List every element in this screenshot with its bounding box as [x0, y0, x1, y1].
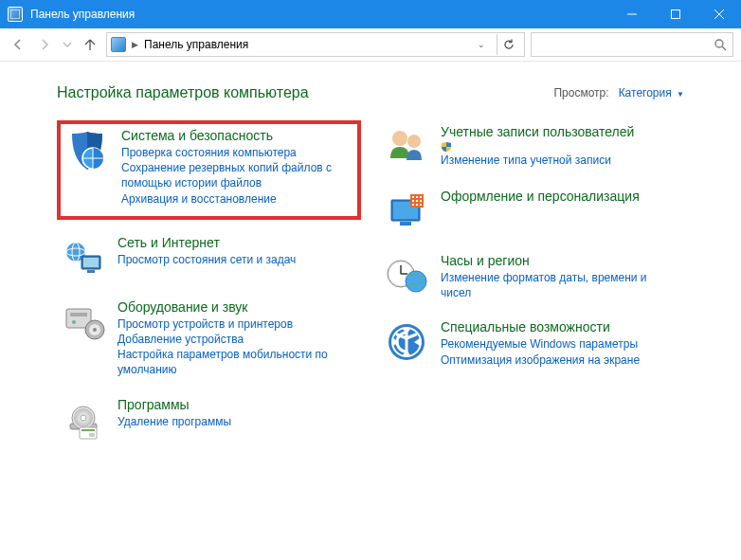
- breadcrumb-item[interactable]: Панель управления: [144, 38, 248, 51]
- category-link[interactable]: Настройка параметров мобильности по умол…: [117, 347, 357, 377]
- back-button[interactable]: [8, 34, 28, 55]
- category-link[interactable]: Рекомендуемые Windows параметры: [441, 336, 680, 352]
- category-link[interactable]: Добавление устройства: [117, 332, 357, 347]
- maximize-button[interactable]: [654, 0, 697, 28]
- user-accounts-icon: [384, 124, 429, 170]
- content-area: Настройка параметров компьютера Просмотр…: [0, 62, 741, 456]
- category-link[interactable]: Удаление программы: [117, 414, 357, 429]
- ease-of-access-icon: [384, 319, 429, 365]
- svg-point-24: [81, 415, 86, 421]
- forward-button[interactable]: [34, 34, 55, 55]
- search-input[interactable]: [531, 32, 733, 57]
- address-bar[interactable]: ▶ Панель управления ⌄: [106, 32, 525, 57]
- svg-point-28: [392, 131, 407, 146]
- view-by-label: Просмотр:: [553, 86, 608, 99]
- category-system-security: Система и безопасность Проверка состояни…: [57, 120, 361, 220]
- uac-shield-icon: [441, 141, 452, 153]
- svg-rect-39: [420, 200, 422, 202]
- svg-rect-13: [83, 258, 99, 267]
- category-appearance: Оформление и персонализация: [380, 185, 684, 238]
- category-clock: Часы и регион Изменение форматов даты, в…: [380, 249, 684, 304]
- category-link[interactable]: Оптимизация изображения на экране: [441, 352, 680, 368]
- svg-rect-35: [416, 196, 418, 198]
- category-network: Сеть и Интернет Просмотр состояния сети …: [57, 231, 361, 284]
- category-link[interactable]: Просмотр состояния сети и задач: [117, 252, 357, 267]
- category-link[interactable]: Сохранение резервных копий файлов с помо…: [121, 160, 353, 190]
- titlebar: Панель управления: [0, 0, 741, 28]
- recent-locations-button[interactable]: [61, 34, 74, 55]
- svg-rect-36: [420, 196, 422, 198]
- category-link[interactable]: Архивация и восстановление: [121, 191, 353, 207]
- view-by-dropdown[interactable]: Категория ▼: [619, 86, 684, 99]
- svg-rect-42: [420, 204, 422, 206]
- programs-icon: [61, 397, 106, 443]
- svg-rect-34: [412, 196, 414, 198]
- category-accounts: Учетные записи пользователей Изменение т…: [380, 120, 684, 173]
- category-title[interactable]: Система и безопасность: [121, 128, 353, 143]
- page-title: Настройка параметров компьютера: [57, 84, 309, 101]
- category-title[interactable]: Оформление и персонализация: [441, 189, 680, 204]
- svg-rect-37: [412, 200, 414, 202]
- svg-rect-14: [87, 270, 95, 273]
- search-icon: [714, 38, 727, 51]
- navigation-bar: ▶ Панель управления ⌄: [0, 28, 741, 62]
- up-button[interactable]: [80, 34, 100, 55]
- appearance-icon: [384, 189, 429, 234]
- close-button[interactable]: [697, 0, 741, 28]
- view-by: Просмотр: Категория ▼: [553, 86, 684, 99]
- svg-point-4: [715, 40, 723, 47]
- shield-icon: [64, 128, 110, 173]
- svg-rect-38: [416, 200, 418, 202]
- svg-rect-26: [81, 429, 95, 431]
- minimize-button[interactable]: [610, 0, 654, 28]
- category-link[interactable]: Изменение типа учетной записи: [441, 141, 680, 168]
- window-title: Панель управления: [30, 8, 135, 21]
- category-ease-of-access: Специальные возможности Рекомендуемые Wi…: [380, 316, 684, 370]
- svg-rect-41: [416, 204, 418, 206]
- category-link[interactable]: Просмотр устройств и принтеров: [117, 316, 357, 332]
- network-icon: [61, 235, 106, 280]
- category-link[interactable]: Изменение форматов даты, времени и чисел: [441, 270, 680, 300]
- svg-rect-16: [70, 313, 87, 316]
- category-link[interactable]: Проверка состояния компьютера: [121, 145, 353, 160]
- category-hardware: Оборудование и звук Просмотр устройств и…: [57, 296, 361, 382]
- breadcrumb-separator[interactable]: ▶: [132, 40, 138, 49]
- svg-rect-1: [672, 10, 680, 19]
- svg-point-29: [407, 135, 421, 148]
- svg-rect-27: [89, 433, 95, 437]
- category-title[interactable]: Специальные возможности: [441, 319, 680, 334]
- svg-rect-32: [400, 222, 411, 226]
- clock-icon: [384, 253, 429, 298]
- category-title[interactable]: Часы и регион: [441, 253, 680, 268]
- category-title[interactable]: Программы: [117, 397, 357, 412]
- address-dropdown[interactable]: ⌄: [474, 40, 489, 49]
- svg-point-20: [93, 328, 97, 332]
- svg-line-5: [722, 46, 726, 50]
- app-icon: [8, 7, 23, 22]
- category-title[interactable]: Сеть и Интернет: [117, 235, 357, 250]
- refresh-button[interactable]: [497, 34, 520, 55]
- hardware-icon: [61, 299, 106, 345]
- svg-rect-40: [412, 204, 414, 206]
- category-title[interactable]: Оборудование и звук: [117, 299, 357, 315]
- category-programs: Программы Удаление программы: [57, 393, 361, 446]
- svg-point-17: [72, 320, 76, 324]
- category-title[interactable]: Учетные записи пользователей: [441, 124, 680, 139]
- control-panel-icon: [111, 37, 126, 52]
